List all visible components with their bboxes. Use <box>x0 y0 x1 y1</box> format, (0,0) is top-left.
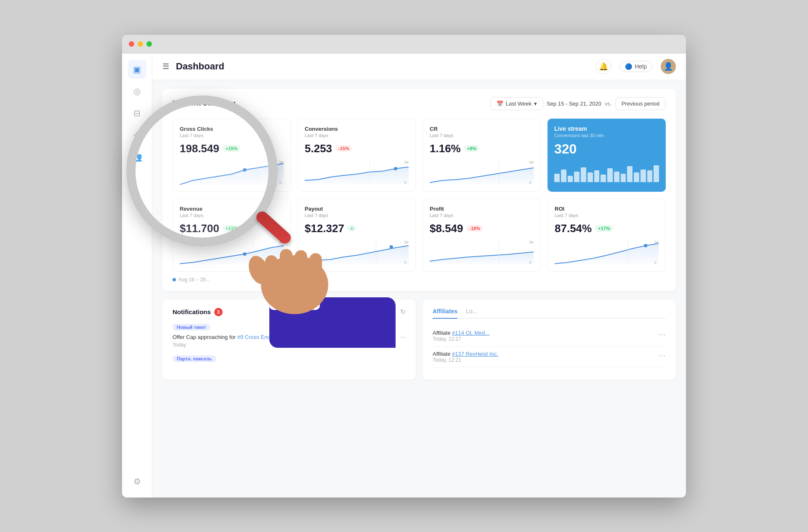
value-text: 198.549 <box>180 142 219 155</box>
notif-tag-ticket: Новый тикет <box>173 324 210 331</box>
header-left: ☰ Dashboard <box>162 61 224 72</box>
sidebar-item-campaigns[interactable]: ✈ <box>128 126 146 144</box>
notif-more[interactable]: ⋯ <box>400 333 406 341</box>
live-value: 320 <box>554 141 659 157</box>
metric-value: 5.253 -15% <box>305 142 409 155</box>
network-summary-card: Network Summary 📅 Last Week ▾ Sep 15 - S… <box>162 89 676 291</box>
browser-titlebar <box>122 35 686 53</box>
metric-badge: +11% <box>223 225 240 232</box>
live-label: Live stream <box>554 125 659 132</box>
last-week-button[interactable]: 📅 Last Week ▾ <box>490 97 543 110</box>
live-bar <box>561 169 566 182</box>
live-bar <box>621 174 626 182</box>
header-right: 🔔 🔵 Help 👤 <box>596 59 676 74</box>
bottom-section: Notifications 3 ↻ Новый тикет ⋯ Offer Ca… <box>162 299 676 380</box>
help-icon: 🔵 <box>625 63 632 70</box>
metric-period: Last 7 days <box>305 213 409 218</box>
date-dot <box>173 278 176 281</box>
metric-value: 1.16% +8% <box>430 142 534 155</box>
metric-card-profit: Profit Last 7 days $8.549 -18% <box>423 199 541 272</box>
notif-link-1[interactable]: #9 Cross Enduro Skills <box>237 334 293 340</box>
svg-text:0: 0 <box>279 180 282 185</box>
affiliate-name: Affiliate #137 RevHeist Inc. <box>433 351 498 357</box>
value-text: 5.253 <box>305 142 332 155</box>
metric-badge: -18% <box>467 225 484 232</box>
sidebar-item-cards[interactable]: ⊟ <box>128 104 146 122</box>
notification-bell-button[interactable]: 🔔 <box>596 59 611 74</box>
notif-title: Notifications 3 <box>173 308 223 316</box>
chevron-down-icon: ▾ <box>534 101 537 107</box>
tab-lo[interactable]: Lo... <box>466 308 477 318</box>
metric-value: $8.549 -18% <box>430 222 534 235</box>
mini-chart-profit: 5K 0 <box>430 239 534 265</box>
avatar[interactable]: 👤 <box>661 59 676 74</box>
live-subtitle: Conversions last 30 min <box>554 133 659 138</box>
svg-text:5K: 5K <box>404 160 409 164</box>
tab-row: Affiliates Lo... <box>433 308 666 319</box>
refresh-icon[interactable]: ↻ <box>400 308 406 316</box>
hamburger-icon[interactable]: ☰ <box>162 62 169 71</box>
live-bar <box>654 165 659 182</box>
affiliate-more-icon[interactable]: ⋯ <box>658 351 666 360</box>
affiliates-card: Affiliates Lo... Affiliate #114 OL Med..… <box>423 299 676 380</box>
metric-card-revenue: Revenue Last 7 days $11.700 +11% <box>173 199 291 272</box>
metric-label: Payout <box>305 206 409 212</box>
value-text: $11.700 <box>180 222 219 235</box>
affiliate-row-1: Affiliate #114 OL Med... Today, 12:27 ⋯ <box>433 326 666 347</box>
sidebar-item-dashboard[interactable]: ▣ <box>128 60 146 79</box>
svg-text:0: 0 <box>279 260 282 265</box>
mini-chart-gross-clicks: 5K 0 <box>180 159 284 185</box>
metric-badge: -15% <box>335 145 352 152</box>
affiliate-more-icon[interactable]: ⋯ <box>658 330 666 339</box>
affiliate-time: Today, 12:21 <box>433 357 498 363</box>
affiliate-row-2: Affiliate #137 RevHeist Inc. Today, 12:2… <box>433 347 666 368</box>
notifications-card: Notifications 3 ↻ Новый тикет ⋯ Offer Ca… <box>162 299 416 380</box>
traffic-light-yellow[interactable] <box>138 41 143 47</box>
notif-header: Notifications 3 ↻ <box>173 308 406 316</box>
metric-card-payout: Payout Last 7 days $12.327 + <box>298 199 416 272</box>
svg-text:5K: 5K <box>279 240 284 244</box>
metric-label: Profit <box>430 206 534 212</box>
notif-link-2[interactable]: #55 Raj M <box>305 334 330 340</box>
svg-text:5K: 5K <box>529 240 534 244</box>
traffic-light-red[interactable] <box>129 41 134 47</box>
traffic-light-green[interactable] <box>146 41 152 47</box>
sidebar-item-settings[interactable]: ⚙ <box>128 472 146 491</box>
page-body: Network Summary 📅 Last Week ▾ Sep 15 - S… <box>152 80 686 389</box>
metric-period: Last 7 days <box>180 133 284 138</box>
main-content: ☰ Dashboard 🔔 🔵 Help 👤 <box>152 53 686 498</box>
live-bar <box>587 172 593 182</box>
mini-chart-conversions: 5K 0 <box>305 159 409 185</box>
metrics-grid-row1: Gross Clicks Last 7 days 198.549 +15% <box>173 119 666 192</box>
live-bar <box>634 172 639 182</box>
metric-badge: + <box>348 225 356 232</box>
metric-badge: +8% <box>464 145 479 152</box>
date-controls: 📅 Last Week ▾ Sep 15 - Sep 21, 2020 vs. … <box>490 97 666 110</box>
sidebar-item-analytics[interactable]: ◎ <box>128 82 146 101</box>
notif-tag-pixel: Партн. пиксель <box>173 355 216 362</box>
sidebar: ▣ ◎ ⊟ ✈ 👥 ⚙ <box>122 53 152 498</box>
live-bar <box>594 170 600 182</box>
metric-label: Gross Clicks <box>180 126 284 132</box>
tab-affiliates[interactable]: Affiliates <box>433 308 457 319</box>
live-bar <box>607 168 613 182</box>
live-bar <box>581 167 586 182</box>
card-header: Network Summary 📅 Last Week ▾ Sep 15 - S… <box>173 97 666 110</box>
metric-period: Last 7 days <box>180 213 284 218</box>
svg-text:0: 0 <box>529 180 532 185</box>
svg-point-6 <box>394 167 397 170</box>
affiliate-link[interactable]: #137 RevHeist Inc. <box>452 351 498 357</box>
metric-value: $12.327 + <box>305 222 409 235</box>
affiliate-time: Today, 12:27 <box>433 336 489 342</box>
metric-label: Revenue <box>180 206 284 212</box>
notif-text: ⋯ Offer Cap approaching for #9 Cross End… <box>173 333 406 341</box>
sidebar-item-users[interactable]: 👥 <box>128 148 146 166</box>
metric-card-gross-clicks: Gross Clicks Last 7 days 198.549 +15% <box>173 119 291 192</box>
value-text: 1.16% <box>430 142 461 155</box>
previous-period-button[interactable]: Previous period <box>615 97 666 110</box>
help-button[interactable]: 🔵 Help <box>619 61 652 72</box>
affiliate-link[interactable]: #114 OL Med... <box>452 330 489 336</box>
metric-label: Conversions <box>305 126 409 132</box>
svg-text:0: 0 <box>654 260 656 265</box>
svg-text:5K: 5K <box>279 160 284 164</box>
